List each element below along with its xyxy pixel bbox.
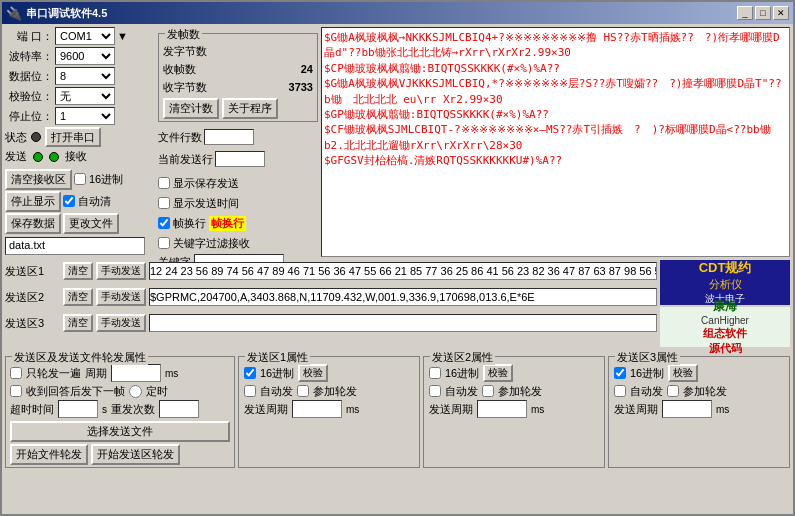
frame-convert-checkbox[interactable] — [158, 217, 170, 229]
save-data-row: 保存数据 更改文件 — [5, 213, 155, 233]
file-rows-label: 文件行数 — [158, 130, 202, 145]
z1-check-button[interactable]: 校验 — [298, 364, 328, 382]
period-label: 周期 — [85, 366, 107, 381]
zone2-props-box: 发送区2属性 16进制 校验 自动发 参加轮发 发送周期 1000 ms — [423, 356, 605, 468]
z2-period-input[interactable]: 1000 — [477, 400, 527, 418]
z3-check-button[interactable]: 校验 — [668, 364, 698, 382]
zone1-props-box: 发送区1属性 16进制 校验 自动发 参加轮发 发送周期 1000 ms — [238, 356, 420, 468]
zone2-send-button[interactable]: 手动发送 — [96, 288, 146, 306]
z1-auto-checkbox[interactable] — [244, 385, 256, 397]
current-row-label: 当前发送行 — [158, 152, 213, 167]
minimize-button[interactable]: _ — [737, 6, 753, 20]
ad-top-title: CDT规约 — [699, 259, 752, 277]
z3-period-row: 发送周期 1000 ms — [614, 401, 784, 417]
recv-reply-label: 收到回答后发下一帧 — [26, 384, 125, 399]
once-round-checkbox[interactable] — [10, 367, 22, 379]
ad-bottom[interactable]: 康海 CanHigher 组态软件 源代码 — [660, 307, 790, 347]
choose-file-button[interactable]: 选择发送文件 — [10, 421, 230, 442]
baud-select[interactable]: 1200240048009600192003840057600115200 — [55, 47, 115, 65]
timed-radio[interactable] — [129, 385, 142, 398]
send-label: 发送 — [5, 149, 27, 164]
z2-auto-checkbox[interactable] — [429, 385, 441, 397]
zone3-clear-button[interactable]: 清空 — [63, 314, 93, 332]
stop-display-row: 停止显示 自动清 — [5, 191, 155, 211]
recv-reply-row: 收到回答后发下一帧 定时 — [10, 383, 230, 399]
recv-dot1 — [49, 152, 59, 162]
ads-panel: CDT规约 分析仪 波士电子 康海 CanHigher 组态软件 源代码 — [660, 260, 790, 347]
save-data-button[interactable]: 保存数据 — [5, 213, 61, 234]
start-file-send-button[interactable]: 开始文件轮发 — [10, 444, 88, 465]
recv-total-row: 收字节数 3733 — [163, 78, 313, 96]
zone1-send-button[interactable]: 手动发送 — [96, 262, 146, 280]
z3-auto-checkbox[interactable] — [614, 385, 626, 397]
recv-line-2: $CP锄玻玻枫枫翦锄:BIQTQSSKKKK(#×%)%A?? — [324, 61, 787, 76]
z2-period-label: 发送周期 — [429, 402, 473, 417]
retry-input[interactable]: 1 — [159, 400, 199, 418]
z1-join-checkbox[interactable] — [297, 385, 309, 397]
send-stats-box: 发帧数 发字节数 收帧数 24 收字节数 3733 清空计数 — [158, 33, 318, 122]
zone1-input[interactable]: 12 24 23 56 89 74 56 47 89 46 71 56 36 4… — [149, 262, 657, 280]
auto-clear-checkbox[interactable] — [63, 195, 75, 207]
recv-label: 接收 — [65, 149, 87, 164]
close-button[interactable]: ✕ — [773, 6, 789, 20]
about-button[interactable]: 关于程序 — [222, 98, 278, 119]
z1-auto-row: 自动发 参加轮发 — [244, 383, 414, 399]
stopbits-select[interactable]: 12 — [55, 107, 115, 125]
send-bytes-label: 发字节数 — [163, 44, 207, 59]
options-section: 显示保存发送 显示发送时间 帧换行 帧换行 关键字过滤接收 — [158, 174, 318, 270]
ad-bottom-product: 组态软件 — [703, 326, 747, 341]
retry-label: 重发次数 — [111, 402, 155, 417]
zone3-send-button[interactable]: 手动发送 — [96, 314, 146, 332]
zone2-input[interactable]: $GPRMC,204700,A,3403.868,N,11709.432,W,0… — [149, 288, 657, 306]
z1-period-input[interactable]: 1000 — [292, 400, 342, 418]
zone2-clear-button[interactable]: 清空 — [63, 288, 93, 306]
z3-period-input[interactable]: 1000 — [662, 400, 712, 418]
filename-row: data.txt — [5, 235, 155, 257]
show-send-time-checkbox[interactable] — [158, 197, 170, 209]
file-rows-input[interactable] — [204, 129, 254, 145]
z3-join-checkbox[interactable] — [667, 385, 679, 397]
zone2-label: 发送区2 — [5, 290, 60, 305]
z2-join-label: 参加轮发 — [498, 384, 542, 399]
parity-select[interactable]: 无奇偶 — [55, 87, 115, 105]
z1-auto-label: 自动发 — [260, 384, 293, 399]
period-input[interactable]: 1000 — [111, 364, 161, 382]
send-frame-title: 发帧数 — [165, 27, 202, 42]
stop-display-button[interactable]: 停止显示 — [5, 191, 61, 212]
z2-join-checkbox[interactable] — [482, 385, 494, 397]
current-row-input[interactable] — [215, 151, 265, 167]
clear-recv-button[interactable]: 清空接收区 — [5, 169, 72, 190]
show-send-time-row: 显示发送时间 — [158, 194, 318, 212]
timeout-input[interactable]: 5 — [58, 400, 98, 418]
zone1-clear-button[interactable]: 清空 — [63, 262, 93, 280]
show-save-send-checkbox[interactable] — [158, 177, 170, 189]
keyword-filter-checkbox[interactable] — [158, 237, 170, 249]
clear-count-button[interactable]: 清空计数 — [163, 98, 219, 119]
main-props-box: 发送区及发送文件轮发属性 只轮发一遍 周期 1000 ms 收到回答后发下一帧 … — [5, 356, 235, 468]
z2-check-button[interactable]: 校验 — [483, 364, 513, 382]
modify-file-button[interactable]: 更改文件 — [63, 213, 119, 234]
clear-recv-row: 清空接收区 16进制 — [5, 169, 155, 189]
maximize-button[interactable]: □ — [755, 6, 771, 20]
z2-hex-label: 16进制 — [445, 366, 479, 381]
hex16-label: 16进制 — [89, 172, 123, 187]
z2-hex-checkbox[interactable] — [429, 367, 441, 379]
status-dot — [31, 132, 41, 142]
databits-select[interactable]: 5678 — [55, 67, 115, 85]
show-save-send-row: 显示保存发送 — [158, 174, 318, 192]
file-rows-row: 文件行数 — [158, 127, 318, 147]
z1-hex-checkbox[interactable] — [244, 367, 256, 379]
zone3-input[interactable] — [149, 314, 657, 332]
z2-period-row: 发送周期 1000 ms — [429, 401, 599, 417]
start-zone-send-button[interactable]: 开始发送区轮发 — [91, 444, 180, 465]
recv-reply-checkbox[interactable] — [10, 385, 22, 397]
main-window: 🔌 串口调试软件4.5 _ □ ✕ 端 口： COM1COM2COM3COM4 … — [0, 0, 795, 516]
open-port-button[interactable]: 打开串口 — [45, 127, 101, 147]
send-recv-row: 发送 接收 — [5, 149, 155, 164]
hex16-checkbox[interactable] — [74, 173, 86, 185]
send-zones-section: 发送区1 清空 手动发送 12 24 23 56 89 74 56 47 89 … — [5, 260, 790, 347]
z3-hex-checkbox[interactable] — [614, 367, 626, 379]
status-row: 状态 打开串口 — [5, 127, 155, 147]
send-zone-3-row: 发送区3 清空 手动发送 — [5, 312, 657, 334]
port-select[interactable]: COM1COM2COM3COM4 — [55, 27, 115, 45]
